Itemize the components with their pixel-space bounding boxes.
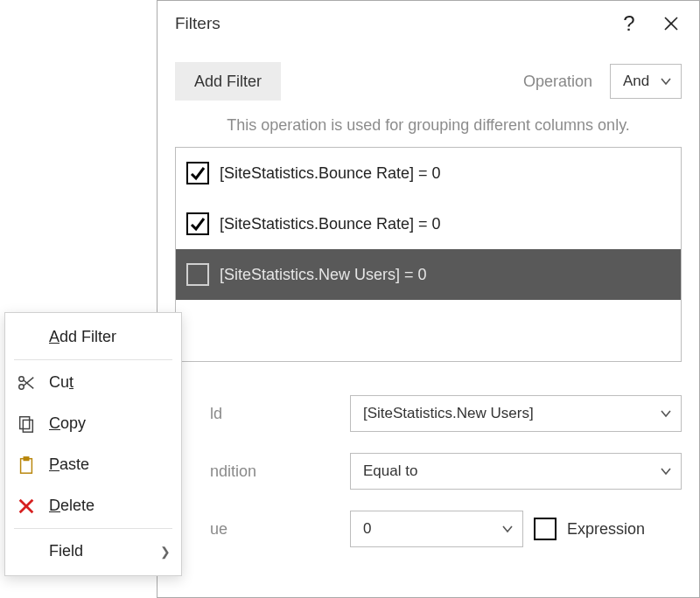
menu-item-label: Field — [49, 542, 83, 560]
svg-rect-9 — [24, 456, 29, 460]
close-icon — [663, 16, 679, 31]
expression-checkbox[interactable] — [534, 518, 556, 540]
menu-item-label: Paste — [49, 455, 89, 474]
filter-checkbox[interactable] — [186, 212, 209, 235]
svg-rect-7 — [23, 420, 32, 432]
expression-label: Expression — [567, 520, 645, 539]
chevron-right-icon: ❯ — [160, 545, 171, 559]
blank-icon — [16, 327, 37, 348]
field-select[interactable]: [SiteStatistics.New Users] — [350, 395, 682, 432]
filter-text: [SiteStatistics.New Users] = 0 — [220, 266, 427, 284]
filter-text: [SiteStatistics.Bounce Rate] = 0 — [220, 215, 441, 233]
operation-label: Operation — [523, 73, 592, 91]
operation-value: And — [623, 73, 649, 90]
value-value: 0 — [363, 520, 371, 538]
dialog-title: Filters — [175, 14, 608, 33]
menu-item-label: Cut — [49, 373, 74, 392]
menu-item-label: Copy — [49, 414, 86, 433]
chevron-down-icon — [501, 523, 514, 535]
value-select[interactable]: 0 — [350, 511, 523, 547]
close-button[interactable] — [650, 3, 692, 45]
toolbar-row: Add Filter Operation And — [158, 46, 699, 101]
filter-row[interactable]: [SiteStatistics.Bounce Rate] = 0 — [176, 148, 681, 198]
menu-item-delete[interactable]: Delete — [5, 485, 181, 526]
context-menu: Add FilterCutCopyPasteDeleteField❯ — [4, 312, 182, 576]
blank-icon — [16, 541, 37, 562]
menu-item-add-filter[interactable]: Add Filter — [5, 316, 181, 358]
chevron-down-icon — [660, 75, 672, 87]
filter-checkbox[interactable] — [186, 162, 209, 184]
filters-dialog: Filters ? Add Filter Operation And This … — [157, 0, 700, 598]
menu-item-field[interactable]: Field❯ — [5, 531, 181, 572]
operation-hint: This operation is used for grouping diff… — [158, 116, 699, 135]
chevron-down-icon — [660, 407, 672, 420]
scissors-icon — [16, 372, 37, 393]
value-row: 0 Expression — [350, 511, 682, 547]
operation-select[interactable]: And — [610, 64, 682, 99]
menu-item-label: Delete — [49, 497, 94, 515]
field-label: ld — [175, 405, 350, 423]
menu-item-paste[interactable]: Paste — [5, 444, 181, 485]
filter-row[interactable]: [SiteStatistics.New Users] = 0 — [176, 249, 681, 300]
menu-item-cut[interactable]: Cut — [5, 362, 181, 403]
menu-separator — [14, 528, 172, 529]
svg-rect-6 — [20, 416, 30, 428]
value-label: ue — [175, 520, 350, 539]
chevron-down-icon — [660, 465, 672, 477]
help-button[interactable]: ? — [608, 3, 650, 45]
filter-form: ld [SiteStatistics.New Users] ndition Eq… — [175, 395, 682, 547]
copy-icon — [16, 414, 37, 435]
filter-checkbox[interactable] — [186, 263, 209, 286]
add-filter-button[interactable]: Add Filter — [175, 62, 281, 101]
condition-label: ndition — [175, 462, 350, 481]
condition-value: Equal to — [363, 462, 417, 480]
condition-select[interactable]: Equal to — [350, 453, 682, 490]
menu-item-copy[interactable]: Copy — [5, 403, 181, 444]
filter-row[interactable]: [SiteStatistics.Bounce Rate] = 0 — [176, 198, 681, 249]
delete-icon — [16, 496, 37, 517]
filter-list[interactable]: [SiteStatistics.Bounce Rate] = 0[SiteSta… — [175, 147, 682, 362]
paste-icon — [16, 455, 37, 476]
menu-item-label: Add Filter — [49, 328, 116, 346]
menu-separator — [14, 359, 172, 360]
field-value: [SiteStatistics.New Users] — [363, 405, 534, 422]
filter-text: [SiteStatistics.Bounce Rate] = 0 — [220, 164, 441, 183]
titlebar: Filters ? — [158, 1, 699, 46]
